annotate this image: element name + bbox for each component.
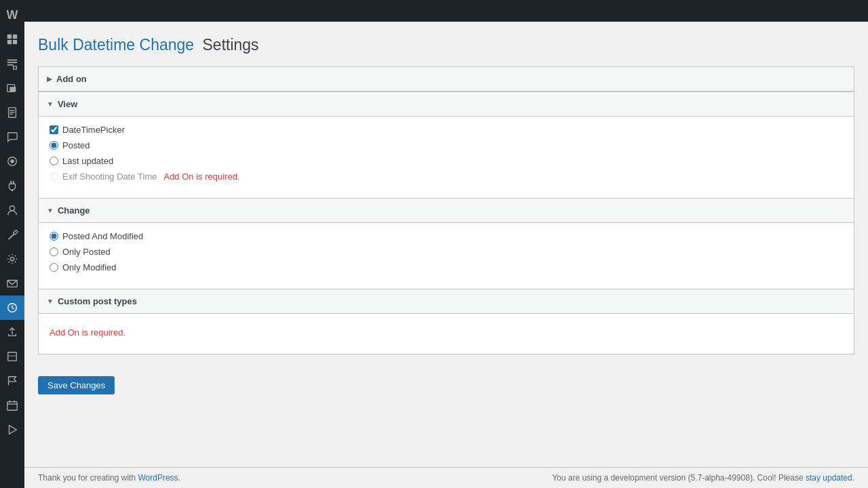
posted-row: Posted — [50, 140, 843, 150]
footer-wordpress-link[interactable]: WordPress — [138, 473, 178, 483]
only-modified-label[interactable]: Only Modified — [50, 262, 116, 272]
svg-rect-0 — [7, 35, 12, 39]
svg-rect-10 — [9, 110, 14, 110]
only-posted-radio[interactable] — [50, 247, 58, 256]
only-modified-row: Only Modified — [50, 262, 843, 272]
only-modified-text: Only Modified — [62, 262, 116, 272]
calendar-icon[interactable] — [0, 393, 24, 418]
svg-rect-12 — [9, 114, 13, 115]
custom-post-types-section: Custom post types Add On is required. — [39, 289, 854, 354]
custom-post-types-label: Custom post types — [58, 296, 137, 306]
box-icon[interactable] — [0, 344, 24, 369]
page-title-link[interactable]: Bulk Datetime Change — [38, 36, 194, 54]
posted-and-modified-radio[interactable] — [50, 232, 58, 241]
mail-icon[interactable] — [0, 271, 24, 296]
settings-panel: Add on View DateTimePicker — [38, 66, 854, 354]
add-on-header[interactable]: Add on — [39, 67, 854, 92]
only-posted-text: Only Posted — [62, 247, 111, 257]
posted-radio[interactable] — [50, 141, 58, 150]
wordpress-icon[interactable]: W — [0, 3, 24, 27]
change-content: Posted And Modified Only Posted Only Mod… — [39, 223, 854, 289]
view-header[interactable]: View — [39, 92, 854, 117]
change-label: Change — [58, 205, 90, 216]
svg-rect-23 — [8, 352, 17, 361]
custom-post-types-arrow — [47, 298, 54, 305]
footer: Thank you for creating with WordPress. Y… — [24, 467, 868, 488]
exif-label: Exif Shooting Date Time Add On is requir… — [50, 171, 239, 182]
datetime-picker-label[interactable]: DateTimePicker — [50, 125, 125, 135]
svg-rect-1 — [13, 35, 17, 39]
svg-point-18 — [9, 206, 14, 211]
change-section: Change Posted And Modified Only Posted — [39, 199, 854, 289]
change-header[interactable]: Change — [39, 199, 854, 223]
appearance-icon[interactable] — [0, 149, 24, 174]
tools-icon[interactable] — [0, 222, 24, 247]
svg-point-20 — [10, 257, 14, 260]
svg-rect-17 — [12, 189, 13, 191]
last-updated-text: Last updated — [62, 156, 113, 166]
posted-label[interactable]: Posted — [50, 140, 90, 150]
svg-line-19 — [9, 234, 14, 239]
last-updated-radio[interactable] — [50, 157, 58, 165]
plugins-icon[interactable] — [0, 174, 24, 198]
page-content: Bulk Datetime Change Settings Add on — [24, 22, 868, 467]
svg-rect-25 — [7, 402, 17, 411]
footer-thanks: Thank you for creating with WordPress. — [38, 473, 180, 483]
svg-rect-8 — [9, 87, 16, 92]
only-posted-row: Only Posted — [50, 247, 843, 257]
comments-icon[interactable] — [0, 125, 24, 149]
exif-text: Exif Shooting Date Time — [62, 171, 157, 182]
pages-icon[interactable] — [0, 100, 24, 125]
footer-thanks-text: Thank you for creating with — [38, 473, 136, 483]
datetime-picker-row: DateTimePicker — [50, 125, 843, 135]
only-posted-label[interactable]: Only Posted — [50, 247, 111, 257]
flag-icon[interactable] — [0, 369, 24, 393]
view-arrow — [47, 100, 54, 108]
dashboard-icon[interactable] — [0, 27, 24, 52]
svg-rect-6 — [7, 64, 14, 66]
change-arrow — [47, 207, 54, 214]
view-content: DateTimePicker Posted Last updated — [39, 117, 854, 198]
svg-rect-4 — [7, 60, 17, 61]
posted-and-modified-label[interactable]: Posted And Modified — [50, 231, 143, 241]
svg-rect-3 — [13, 40, 17, 44]
exif-required-note: Add On is required. — [163, 171, 239, 182]
exif-row: Exif Shooting Date Time Add On is requir… — [50, 171, 843, 182]
svg-point-14 — [10, 159, 14, 163]
play-icon[interactable] — [0, 418, 24, 442]
footer-version-text: You are using a development version (5.7… — [552, 473, 803, 483]
footer-version: You are using a development version (5.7… — [552, 473, 854, 483]
add-on-section: Add on — [39, 67, 854, 92]
view-section: View DateTimePicker Posted — [39, 92, 854, 199]
exif-radio — [50, 172, 58, 181]
save-changes-button[interactable]: Save Changes — [38, 376, 115, 394]
custom-post-types-content: Add On is required. — [39, 314, 854, 354]
datetime-picker-checkbox[interactable] — [50, 125, 58, 134]
add-on-arrow — [47, 75, 52, 83]
admin-bar — [24, 0, 868, 22]
settings-icon[interactable] — [0, 247, 24, 271]
custom-post-addon-required: Add On is required. — [50, 322, 843, 343]
posted-text: Posted — [62, 140, 90, 150]
svg-marker-29 — [9, 426, 17, 434]
last-updated-row: Last updated — [50, 156, 843, 166]
page-title-suffix: Settings — [203, 36, 259, 54]
svg-rect-11 — [9, 112, 14, 113]
page-title-area: Bulk Datetime Change Settings — [38, 35, 854, 56]
media-icon[interactable] — [0, 76, 24, 100]
clock-icon[interactable] — [0, 296, 24, 320]
svg-rect-5 — [7, 62, 17, 63]
svg-rect-2 — [7, 40, 12, 44]
only-modified-radio[interactable] — [50, 263, 58, 272]
posted-and-modified-text: Posted And Modified — [62, 231, 143, 241]
footer-stay-updated-link[interactable]: stay updated — [806, 473, 852, 483]
sidebar: W — [0, 0, 24, 488]
main-content-area: Bulk Datetime Change Settings Add on — [24, 0, 868, 488]
posted-and-modified-row: Posted And Modified — [50, 231, 843, 241]
users-icon[interactable] — [0, 198, 24, 222]
custom-post-types-header[interactable]: Custom post types — [39, 289, 854, 314]
upload-icon[interactable] — [0, 320, 24, 344]
last-updated-label[interactable]: Last updated — [50, 156, 113, 166]
posts-icon[interactable] — [0, 52, 24, 76]
view-label: View — [58, 99, 77, 109]
